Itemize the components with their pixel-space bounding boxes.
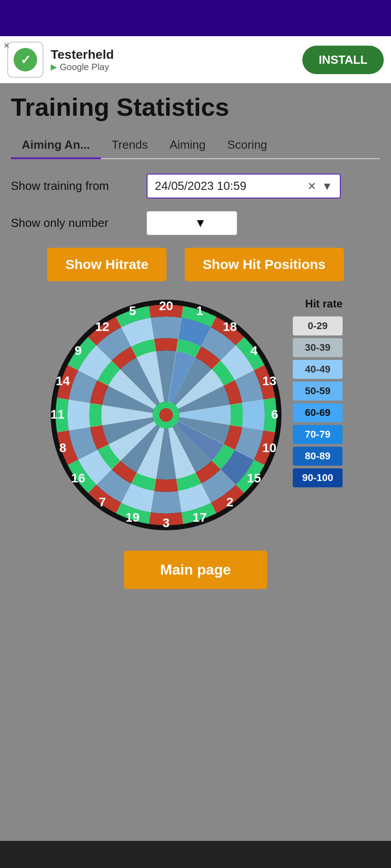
ad-logo: ✓: [7, 42, 43, 78]
ad-text: Testerheld ▶ Google Play: [51, 47, 295, 72]
legend-item-30-39: 30-39: [293, 338, 343, 357]
legend-item-0-29: 0-29: [293, 316, 343, 335]
install-button[interactable]: INSTALL: [302, 46, 384, 74]
dartboard: [48, 297, 284, 533]
main-content: Training Statistics Aiming An... Trends …: [0, 83, 391, 841]
bottom-section: Main page: [11, 551, 380, 616]
legend-item-80-89: 80-89: [293, 447, 343, 466]
action-buttons-row: Show Hitrate Show Hit Positions: [11, 248, 380, 281]
ad-checkmark-icon: ✓: [14, 48, 37, 71]
tab-trends[interactable]: Trends: [101, 132, 159, 159]
show-training-from-row: Show training from ✕ ▼: [11, 174, 380, 198]
legend-item-50-59: 50-59: [293, 382, 343, 401]
legend-item-40-49: 40-49: [293, 360, 343, 379]
bottom-bar: [0, 841, 391, 868]
top-bar: [0, 0, 391, 36]
tab-aiming[interactable]: Aiming: [159, 132, 216, 159]
close-ad-button[interactable]: ×: [4, 40, 10, 52]
date-input-wrap: ✕ ▼: [147, 174, 341, 198]
ad-subtitle: ▶ Google Play: [51, 62, 295, 72]
date-dropdown-icon[interactable]: ▼: [322, 180, 333, 193]
show-only-number-select[interactable]: ▼: [147, 211, 237, 235]
hit-rate-label: Hit rate: [305, 297, 343, 310]
ad-banner: × ✓ Testerheld ▶ Google Play INSTALL: [0, 36, 391, 83]
show-only-number-dropdown-icon: ▼: [195, 216, 229, 230]
page-title: Training Statistics: [11, 92, 380, 122]
ad-subtitle-text: Google Play: [60, 62, 109, 72]
show-hit-positions-button[interactable]: Show Hit Positions: [185, 248, 344, 281]
hit-rate-legend: Hit rate 0-29 30-39 40-49 50-59 60-69 70…: [293, 297, 343, 487]
legend-item-70-79: 70-79: [293, 425, 343, 444]
legend-item-60-69: 60-69: [293, 403, 343, 422]
show-only-number-row: Show only number ▼: [11, 211, 380, 235]
ad-title: Testerheld: [51, 47, 295, 62]
clear-date-icon[interactable]: ✕: [307, 180, 316, 193]
play-store-icon: ▶: [51, 62, 57, 72]
main-page-button[interactable]: Main page: [124, 551, 267, 589]
tab-scoring[interactable]: Scoring: [216, 132, 278, 159]
tab-aiming-an[interactable]: Aiming An...: [11, 132, 101, 159]
date-input[interactable]: [155, 179, 302, 193]
show-only-number-label: Show only number: [11, 216, 138, 230]
dartboard-canvas: [48, 297, 284, 533]
dartboard-section: Hit rate 0-29 30-39 40-49 50-59 60-69 70…: [11, 297, 380, 533]
show-training-from-label: Show training from: [11, 179, 138, 193]
tabs-bar: Aiming An... Trends Aiming Scoring: [11, 132, 380, 159]
legend-item-90-100: 90-100: [293, 468, 343, 487]
show-hitrate-button[interactable]: Show Hitrate: [47, 248, 166, 281]
